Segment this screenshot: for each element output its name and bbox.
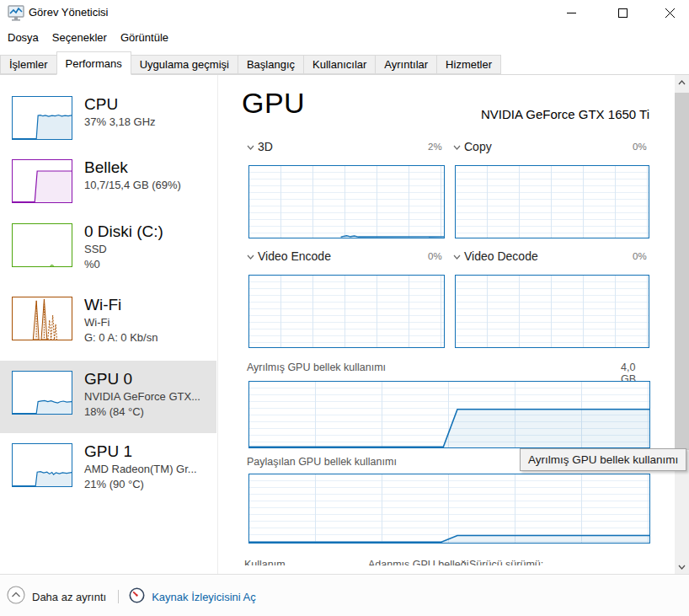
engine-copy-chart: [455, 165, 649, 238]
engine-video-encode-label[interactable]: Video Encode: [247, 249, 331, 263]
engine-3d-label[interactable]: 3D: [247, 140, 273, 153]
menu-dosya[interactable]: Dosya: [2, 29, 45, 46]
tab-uygulama-gecmisi[interactable]: Uygulama geçmişi: [131, 55, 238, 74]
minimize-button[interactable]: [552, 0, 590, 26]
scrollbar-thumb[interactable]: [675, 93, 689, 450]
gpu-details-clipped-row: Kullanım Adanmış GPU belleği Sürücü sürü…: [236, 559, 650, 565]
menu-secenekler[interactable]: Seçenekler: [46, 29, 113, 46]
gpu-detail-panel: GPU NVIDIA GeForce GTX 1650 Ti 3D 2% Cop…: [236, 75, 650, 574]
sidebar-gpu0-title: GPU 0: [84, 369, 200, 389]
sidebar-gpu1-device: AMD Radeon(TM) Gr...: [84, 462, 197, 477]
tab-strip: İşlemler Performans Uygulama geçmişi Baş…: [0, 51, 689, 75]
engine-3d-chart: [248, 165, 445, 238]
sidebar-item-gpu0[interactable]: GPU 0 NVIDIA GeForce GTX... 18% (84 °C): [0, 361, 216, 433]
tab-kullanicilar[interactable]: Kullanıcılar: [303, 55, 376, 74]
menu-bar: Dosya Seçenekler Görüntüle: [0, 29, 176, 46]
less-details-button[interactable]: Daha az ayrıntı: [32, 591, 106, 603]
maximize-button[interactable]: [603, 0, 642, 26]
sidebar-item-disk[interactable]: 0 Diski (C:) SSD %0: [0, 213, 216, 286]
collapse-details-icon[interactable]: [7, 586, 25, 608]
sidebar-item-gpu1[interactable]: GPU 1 AMD Radeon(TM) Gr... 21% (90 °C): [0, 433, 216, 506]
clipped-label-dedicated: Adanmış GPU belleği: [368, 559, 469, 565]
sidebar-memory-stats: 10,7/15,4 GB (69%): [84, 178, 181, 193]
performance-sidebar: CPU 37% 3,18 GHz Bellek 10,7/15,4 GB (69…: [0, 75, 218, 574]
engine-3d-value: 2%: [428, 142, 442, 152]
chevron-down-icon: [453, 139, 461, 153]
menu-goruntule[interactable]: Görüntüle: [115, 29, 174, 46]
shared-memory-chart: [248, 474, 650, 544]
clipped-label-usage: Kullanım: [244, 559, 286, 565]
sidebar-gpu0-device: NVIDIA GeForce GTX...: [84, 389, 200, 404]
sidebar-disk-title: 0 Diski (C:): [84, 222, 163, 242]
sidebar-gpu1-stats: 21% (90 °C): [84, 477, 197, 492]
scroll-up-button[interactable]: [675, 75, 689, 89]
sidebar-disk-usage: %0: [84, 257, 163, 272]
tab-baslangic[interactable]: Başlangıç: [238, 55, 304, 74]
window-title: Görev Yöneticisi: [29, 6, 108, 19]
sidebar-wifi-throughput: G: 0 A: 0 Kb/sn: [84, 330, 158, 345]
separator: [118, 590, 119, 603]
engine-video-encode-value: 0%: [428, 251, 442, 261]
disk-sparkline: [12, 223, 72, 267]
chevron-down-icon: [247, 249, 254, 262]
dedicated-memory-label: Ayrılmış GPU bellek kullanımı: [247, 362, 386, 373]
status-bar: Daha az ayrıntı Kaynak İzleyicisini Aç: [0, 574, 689, 616]
engine-video-decode-value: 0%: [633, 251, 647, 261]
gpu-panel-title: GPU: [242, 87, 305, 120]
title-bar: Görev Yöneticisi: [0, 0, 689, 27]
tab-islemler[interactable]: İşlemler: [0, 55, 57, 74]
sidebar-gpu0-stats: 18% (84 °C): [84, 404, 200, 420]
gpu1-sparkline: [12, 443, 72, 487]
clipped-label-driver: Sürücü sürümü:: [469, 559, 543, 565]
sidebar-cpu-stats: 37% 3,18 GHz: [84, 115, 156, 130]
wifi-sparkline: [12, 297, 72, 340]
sidebar-memory-title: Bellek: [84, 158, 181, 178]
engine-video-decode-chart: [455, 275, 649, 348]
tab-ayrintilar[interactable]: Ayrıntılar: [375, 55, 437, 74]
sidebar-wifi-name: Wi-Fi: [84, 315, 158, 330]
vertical-scrollbar[interactable]: [675, 75, 689, 574]
close-button[interactable]: [650, 0, 689, 26]
dedicated-memory-chart: [248, 381, 650, 448]
open-resource-monitor-link[interactable]: Kaynak İzleyicisini Aç: [152, 591, 256, 603]
sidebar-cpu-title: CPU: [84, 94, 156, 115]
sidebar-item-cpu[interactable]: CPU 37% 3,18 GHz: [0, 86, 216, 158]
sidebar-gpu1-title: GPU 1: [84, 442, 197, 462]
cpu-sparkline: [12, 96, 72, 140]
sidebar-wifi-title: Wi-Fi: [84, 295, 158, 315]
dedicated-memory-tooltip: Ayrılmış GPU bellek kullanımı: [520, 448, 686, 471]
tab-hizmetler[interactable]: Hizmetler: [436, 55, 501, 74]
tab-performans[interactable]: Performans: [56, 51, 131, 75]
gpu0-sparkline: [12, 371, 72, 415]
sidebar-item-memory[interactable]: Bellek 10,7/15,4 GB (69%): [0, 149, 216, 222]
memory-sparkline: [12, 159, 72, 203]
chevron-down-icon: [453, 249, 461, 262]
engine-copy-value: 0%: [633, 142, 647, 152]
gpu-device-name: NVIDIA GeForce GTX 1650 Ti: [481, 107, 649, 121]
engine-video-decode-label[interactable]: Video Decode: [453, 249, 538, 263]
task-manager-app-icon: [8, 5, 24, 21]
scroll-down-button[interactable]: [675, 560, 689, 574]
resource-monitor-icon: [129, 587, 145, 607]
sidebar-disk-type: SSD: [84, 242, 163, 257]
engine-copy-label[interactable]: Copy: [453, 140, 492, 153]
shared-memory-label: Paylaşılan GPU bellek kullanımı: [247, 456, 397, 468]
sidebar-item-wifi[interactable]: Wi-Fi Wi-Fi G: 0 A: 0 Kb/sn: [0, 287, 216, 359]
chevron-down-icon: [247, 139, 254, 153]
engine-video-encode-chart: [248, 275, 445, 348]
task-manager-window: { "window": { "title": "Görev Yöneticisi…: [0, 0, 689, 616]
